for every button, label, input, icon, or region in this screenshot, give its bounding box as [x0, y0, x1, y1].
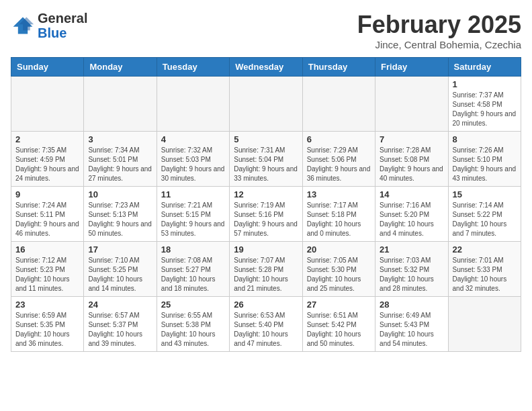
empty-cell — [230, 77, 302, 132]
empty-cell — [11, 77, 84, 132]
day-cell-25: 25Sunrise: 6:55 AM Sunset: 5:38 PM Dayli… — [157, 297, 229, 352]
day-number: 17 — [88, 244, 152, 255]
day-cell-5: 5Sunrise: 7:31 AM Sunset: 5:04 PM Daylig… — [230, 132, 302, 187]
day-header-monday: Monday — [84, 58, 157, 77]
day-cell-8: 8Sunrise: 7:26 AM Sunset: 5:10 PM Daylig… — [448, 132, 521, 187]
empty-cell — [375, 77, 448, 132]
day-cell-27: 27Sunrise: 6:51 AM Sunset: 5:42 PM Dayli… — [302, 297, 375, 352]
day-cell-22: 22Sunrise: 7:01 AM Sunset: 5:33 PM Dayli… — [448, 242, 521, 297]
day-info: Sunrise: 7:01 AM Sunset: 5:33 PM Dayligh… — [453, 256, 517, 293]
day-number: 15 — [453, 189, 517, 199]
day-cell-20: 20Sunrise: 7:05 AM Sunset: 5:30 PM Dayli… — [302, 242, 375, 297]
day-cell-4: 4Sunrise: 7:32 AM Sunset: 5:03 PM Daylig… — [157, 132, 229, 187]
day-number: 6 — [307, 134, 371, 144]
empty-cell — [448, 297, 521, 352]
day-cell-3: 3Sunrise: 7:34 AM Sunset: 5:01 PM Daylig… — [84, 132, 157, 187]
day-info: Sunrise: 7:35 AM Sunset: 4:59 PM Dayligh… — [15, 146, 79, 183]
week-row-4: 16Sunrise: 7:12 AM Sunset: 5:23 PM Dayli… — [11, 242, 521, 297]
calendar-title: February 2025 — [357, 11, 521, 39]
week-row-3: 9Sunrise: 7:24 AM Sunset: 5:11 PM Daylig… — [11, 187, 521, 242]
day-number: 13 — [307, 189, 371, 199]
title-section: February 2025 Jince, Central Bohemia, Cz… — [357, 11, 521, 50]
day-number: 19 — [234, 244, 298, 255]
day-number: 3 — [88, 134, 152, 144]
day-info: Sunrise: 7:14 AM Sunset: 5:22 PM Dayligh… — [453, 201, 517, 238]
day-info: Sunrise: 7:31 AM Sunset: 5:04 PM Dayligh… — [234, 146, 298, 183]
day-number: 22 — [453, 244, 517, 255]
logo: General Blue — [11, 11, 87, 40]
day-info: Sunrise: 7:37 AM Sunset: 4:58 PM Dayligh… — [453, 91, 517, 128]
day-number: 20 — [307, 244, 371, 255]
day-number: 18 — [161, 244, 225, 255]
calendar-subtitle: Jince, Central Bohemia, Czechia — [357, 39, 521, 50]
week-row-2: 2Sunrise: 7:35 AM Sunset: 4:59 PM Daylig… — [11, 132, 521, 187]
day-number: 24 — [88, 300, 152, 310]
day-number: 2 — [15, 134, 79, 144]
day-number: 7 — [380, 134, 443, 144]
logo-blue: Blue — [38, 26, 66, 40]
day-info: Sunrise: 7:34 AM Sunset: 5:01 PM Dayligh… — [88, 146, 152, 183]
day-number: 11 — [161, 189, 225, 199]
day-header-saturday: Saturday — [448, 58, 521, 77]
day-info: Sunrise: 6:55 AM Sunset: 5:38 PM Dayligh… — [161, 311, 225, 349]
day-number: 4 — [161, 134, 225, 144]
page-header: General Blue February 2025 Jince, Centra… — [11, 11, 521, 50]
day-info: Sunrise: 7:26 AM Sunset: 5:10 PM Dayligh… — [453, 146, 517, 183]
empty-cell — [302, 77, 375, 132]
empty-cell — [84, 77, 157, 132]
day-number: 14 — [380, 189, 443, 199]
logo-icon — [11, 13, 35, 38]
day-header-thursday: Thursday — [302, 58, 375, 77]
day-number: 5 — [234, 134, 298, 144]
day-header-tuesday: Tuesday — [157, 58, 229, 77]
day-cell-1: 1Sunrise: 7:37 AM Sunset: 4:58 PM Daylig… — [448, 77, 521, 132]
day-info: Sunrise: 7:12 AM Sunset: 5:23 PM Dayligh… — [15, 256, 79, 293]
day-info: Sunrise: 7:23 AM Sunset: 5:13 PM Dayligh… — [88, 201, 152, 238]
day-info: Sunrise: 7:29 AM Sunset: 5:06 PM Dayligh… — [307, 146, 371, 183]
day-header-wednesday: Wednesday — [230, 58, 302, 77]
week-row-1: 1Sunrise: 7:37 AM Sunset: 4:58 PM Daylig… — [11, 77, 521, 132]
day-cell-17: 17Sunrise: 7:10 AM Sunset: 5:25 PM Dayli… — [84, 242, 157, 297]
day-cell-23: 23Sunrise: 6:59 AM Sunset: 5:35 PM Dayli… — [11, 297, 84, 352]
day-info: Sunrise: 7:32 AM Sunset: 5:03 PM Dayligh… — [161, 146, 225, 183]
day-number: 16 — [15, 244, 79, 255]
day-info: Sunrise: 6:49 AM Sunset: 5:43 PM Dayligh… — [380, 311, 443, 349]
day-cell-26: 26Sunrise: 6:53 AM Sunset: 5:40 PM Dayli… — [230, 297, 302, 352]
day-cell-7: 7Sunrise: 7:28 AM Sunset: 5:08 PM Daylig… — [375, 132, 448, 187]
day-info: Sunrise: 7:16 AM Sunset: 5:20 PM Dayligh… — [380, 201, 443, 238]
day-cell-12: 12Sunrise: 7:19 AM Sunset: 5:16 PM Dayli… — [230, 187, 302, 242]
days-of-week-row: SundayMondayTuesdayWednesdayThursdayFrid… — [11, 58, 521, 77]
day-number: 27 — [307, 300, 371, 310]
day-info: Sunrise: 7:10 AM Sunset: 5:25 PM Dayligh… — [88, 256, 152, 293]
day-info: Sunrise: 7:08 AM Sunset: 5:27 PM Dayligh… — [161, 256, 225, 293]
day-number: 10 — [88, 189, 152, 199]
logo-general: General — [38, 11, 87, 26]
day-info: Sunrise: 6:57 AM Sunset: 5:37 PM Dayligh… — [88, 311, 152, 349]
day-info: Sunrise: 7:05 AM Sunset: 5:30 PM Dayligh… — [307, 256, 371, 293]
day-info: Sunrise: 7:19 AM Sunset: 5:16 PM Dayligh… — [234, 201, 298, 238]
day-info: Sunrise: 7:21 AM Sunset: 5:15 PM Dayligh… — [161, 201, 225, 238]
week-row-5: 23Sunrise: 6:59 AM Sunset: 5:35 PM Dayli… — [11, 297, 521, 352]
day-number: 23 — [15, 300, 79, 310]
day-number: 1 — [453, 79, 517, 89]
day-cell-6: 6Sunrise: 7:29 AM Sunset: 5:06 PM Daylig… — [302, 132, 375, 187]
day-cell-21: 21Sunrise: 7:03 AM Sunset: 5:32 PM Dayli… — [375, 242, 448, 297]
day-cell-19: 19Sunrise: 7:07 AM Sunset: 5:28 PM Dayli… — [230, 242, 302, 297]
day-cell-24: 24Sunrise: 6:57 AM Sunset: 5:37 PM Dayli… — [84, 297, 157, 352]
day-cell-11: 11Sunrise: 7:21 AM Sunset: 5:15 PM Dayli… — [157, 187, 229, 242]
day-number: 8 — [453, 134, 517, 144]
day-info: Sunrise: 7:03 AM Sunset: 5:32 PM Dayligh… — [380, 256, 443, 293]
day-cell-9: 9Sunrise: 7:24 AM Sunset: 5:11 PM Daylig… — [11, 187, 84, 242]
day-number: 21 — [380, 244, 443, 255]
day-info: Sunrise: 6:51 AM Sunset: 5:42 PM Dayligh… — [307, 311, 371, 349]
day-cell-18: 18Sunrise: 7:08 AM Sunset: 5:27 PM Dayli… — [157, 242, 229, 297]
day-number: 26 — [234, 300, 298, 310]
empty-cell — [157, 77, 229, 132]
day-cell-15: 15Sunrise: 7:14 AM Sunset: 5:22 PM Dayli… — [448, 187, 521, 242]
day-info: Sunrise: 7:28 AM Sunset: 5:08 PM Dayligh… — [380, 146, 443, 183]
day-number: 12 — [234, 189, 298, 199]
day-cell-16: 16Sunrise: 7:12 AM Sunset: 5:23 PM Dayli… — [11, 242, 84, 297]
day-info: Sunrise: 6:59 AM Sunset: 5:35 PM Dayligh… — [15, 311, 79, 349]
logo-text: General Blue — [38, 11, 87, 40]
day-cell-2: 2Sunrise: 7:35 AM Sunset: 4:59 PM Daylig… — [11, 132, 84, 187]
